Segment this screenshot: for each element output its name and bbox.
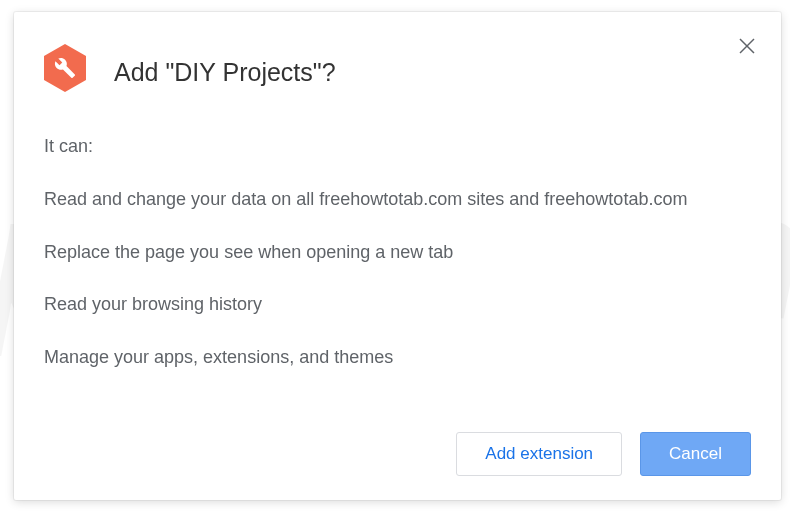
- permission-item: Read and change your data on all freehow…: [44, 185, 751, 214]
- add-extension-button[interactable]: Add extension: [456, 432, 622, 476]
- extension-install-dialog: Add "DIY Projects"? It can: Read and cha…: [14, 12, 781, 500]
- wrench-icon: [54, 57, 76, 79]
- permission-item: Replace the page you see when opening a …: [44, 238, 751, 267]
- cancel-button[interactable]: Cancel: [640, 432, 751, 476]
- close-button[interactable]: [735, 34, 759, 58]
- permission-item: Read your browsing history: [44, 290, 751, 319]
- permission-item: Manage your apps, extensions, and themes: [44, 343, 751, 372]
- dialog-footer: Add extension Cancel: [44, 432, 751, 476]
- permissions-content: It can: Read and change your data on all…: [44, 132, 751, 420]
- permissions-intro: It can:: [44, 132, 751, 161]
- dialog-header: Add "DIY Projects"?: [44, 40, 751, 92]
- dialog-title: Add "DIY Projects"?: [114, 40, 336, 87]
- extension-icon: [44, 44, 86, 92]
- close-icon: [735, 34, 759, 58]
